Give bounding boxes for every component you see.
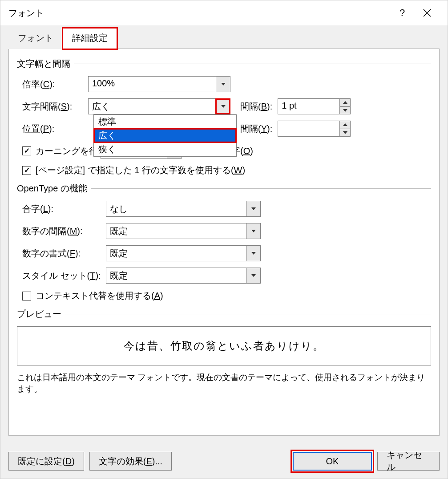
scale-value[interactable]: 100% [89,77,216,92]
row-number-spacing: 数字の間隔(M): 既定 [17,223,431,239]
cancel-button[interactable]: キャンセル [377,452,440,471]
chevron-down-icon [221,105,226,108]
preview-text: 今は昔、竹取の翁といふ者ありけり。 [124,339,324,353]
spacing-value[interactable]: 広く [89,99,216,114]
triangle-down-icon [343,131,347,134]
number-format-combo[interactable]: 既定 [106,245,261,261]
close-icon [423,9,431,17]
spacing-option-wide[interactable]: 広く [94,129,236,142]
tab-advanced[interactable]: 詳細設定 [63,28,117,49]
ok-button[interactable]: OK [293,452,372,471]
by2-value[interactable] [278,121,339,136]
ligatures-value[interactable]: なし [106,201,246,216]
tab-font[interactable]: フォント [8,28,63,49]
row-spacing: 文字間隔(S): 広く 間隔(B): 1 pt 標準 [17,98,431,114]
number-format-label: 数字の書式(F): [17,248,106,260]
preview-description: これは日本語用の本文のテーマ フォントです。現在の文書のテーマによって、使用され… [17,372,431,395]
row-contextual: コンテキスト代替を使用する(A) [17,290,431,302]
number-format-dropdown-button[interactable] [246,246,260,261]
divider [74,64,431,64]
divider [65,314,431,314]
dialog-body: フォント 詳細設定 文字幅と間隔 倍率(C): 100% 文字間隔 [0,25,448,479]
row-scale: 倍率(C): 100% [17,76,431,92]
spacing-dropdown-list[interactable]: 標準 広く 狭く [93,114,237,157]
group-title-text: OpenType の機能 [17,183,87,195]
group-title-text: 文字幅と間隔 [17,58,70,70]
contextual-label: コンテキスト代替を使用する(A) [36,290,163,302]
spinner-buttons [339,121,350,136]
grid-label: [ページ設定] で指定した 1 行の文字数を使用する(W) [36,164,245,176]
contextual-checkbox[interactable] [22,292,31,300]
spinner-down[interactable] [340,107,350,114]
spacing-option-narrow[interactable]: 狭く [94,142,236,156]
triangle-up-icon [343,123,347,126]
group-title-text: プレビュー [17,308,61,320]
triangle-up-icon [343,101,347,104]
group-title-opentype: OpenType の機能 [17,183,431,195]
chevron-down-icon [251,230,256,232]
scale-label: 倍率(C): [17,78,88,90]
position-label: 位置(P): [17,123,88,135]
number-spacing-dropdown-button[interactable] [246,223,260,239]
preview-underline-right [364,355,408,355]
group-title-preview: プレビュー [17,308,431,320]
spinner-up[interactable] [340,99,350,107]
font-dialog: フォント ? フォント 詳細設定 文字幅と間隔 倍率(C): 100% [0,0,448,479]
titlebar: フォント ? [0,0,448,25]
set-default-button[interactable]: 既定に設定(D) [8,452,84,471]
close-button[interactable] [415,0,440,25]
style-set-dropdown-button[interactable] [246,268,260,283]
scale-dropdown-button[interactable] [216,77,230,92]
style-set-combo[interactable]: 既定 [106,268,261,284]
ligatures-label: 合字(L): [17,203,106,215]
by1-label: 間隔(B): [240,101,272,113]
triangle-down-icon [343,109,347,112]
chevron-down-icon [221,83,226,85]
spinner-buttons [339,99,350,114]
dialog-title: フォント [8,7,390,19]
row-grid: [ページ設定] で指定した 1 行の文字数を使用する(W) [17,164,431,176]
by1-spinner[interactable]: 1 pt [278,98,351,114]
tab-panel: 文字幅と間隔 倍率(C): 100% 文字間隔(S): 広く [8,49,440,436]
number-format-value[interactable]: 既定 [106,246,246,261]
text-effects-button[interactable]: 文字の効果(E)... [89,452,172,471]
spinner-up[interactable] [340,121,350,129]
chevron-down-icon [251,274,256,277]
row-style-set: スタイル セット(T): 既定 [17,268,431,284]
spinner-down[interactable] [340,129,350,137]
group-opentype: OpenType の機能 合字(L): なし 数字の間隔(M): 既定 [17,183,431,302]
row-number-format: 数字の書式(F): 既定 [17,245,431,261]
grid-checkbox[interactable] [22,166,31,175]
ligatures-combo[interactable]: なし [106,201,261,217]
kerning-label: カーニングを行 [36,145,98,157]
group-title-char-spacing: 文字幅と間隔 [17,58,431,70]
style-set-label: スタイル セット(T): [17,270,106,282]
help-button[interactable]: ? [390,0,415,25]
tab-strip: フォント 詳細設定 [0,25,448,49]
scale-combo[interactable]: 100% [88,76,230,92]
group-preview: プレビュー 今は昔、竹取の翁といふ者ありけり。 これは日本語用の本文のテーマ フ… [17,308,431,395]
by1-value[interactable]: 1 pt [278,99,339,114]
row-ligatures: 合字(L): なし [17,201,431,217]
spacing-option-standard[interactable]: 標準 [94,115,236,129]
by2-label: 間隔(Y): [240,123,272,135]
spacing-combo[interactable]: 広く [88,98,230,114]
chevron-down-icon [251,207,256,210]
number-spacing-value[interactable]: 既定 [106,223,246,239]
chevron-down-icon [251,252,256,255]
dialog-footer: 既定に設定(D) 文字の効果(E)... OK キャンセル [0,444,448,479]
style-set-value[interactable]: 既定 [106,268,246,283]
by2-spinner[interactable] [278,121,351,137]
preview-underline-left [40,355,84,355]
group-char-spacing: 文字幅と間隔 倍率(C): 100% 文字間隔(S): 広く [17,58,431,176]
number-spacing-label: 数字の間隔(M): [17,225,106,237]
preview-box: 今は昔、竹取の翁といふ者ありけり。 [17,326,431,365]
ligatures-dropdown-button[interactable] [246,201,260,216]
kerning-checkbox[interactable] [22,146,31,155]
divider [91,188,431,189]
spacing-dropdown-button[interactable] [216,99,230,114]
number-spacing-combo[interactable]: 既定 [106,223,261,239]
spacing-label: 文字間隔(S): [17,101,88,113]
